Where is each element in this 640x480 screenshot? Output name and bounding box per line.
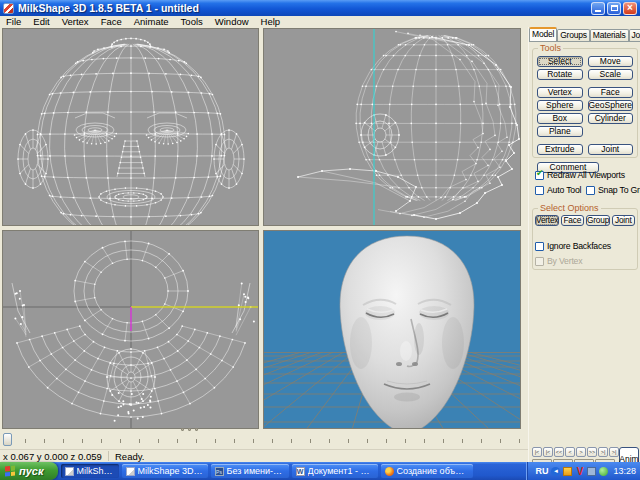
taskbar-task-word[interactable]: W Документ1 - Microso... <box>292 464 378 478</box>
splitter-grip[interactable] <box>181 427 203 431</box>
tool-plane-button[interactable]: Plane <box>537 126 583 137</box>
milkshape-icon <box>126 467 135 476</box>
viewport-3d-shaded[interactable] <box>263 230 521 429</box>
checkbox-redraw-all-viewports[interactable]: ✔ Redraw All Viewports <box>535 170 625 180</box>
checkbox-box <box>586 186 595 195</box>
taskbar-task-milkshape-2[interactable]: MilkShape 3D 1.8.5 B... <box>122 464 208 478</box>
firefox-icon <box>385 467 394 476</box>
tray-icon-antivirus[interactable]: V <box>575 467 584 476</box>
keyframe-slider[interactable] <box>0 432 528 449</box>
status-separator <box>108 451 109 461</box>
tools-group: Tools Select Move Rotate Scale Vertex Fa… <box>532 48 638 158</box>
frame-forward-button[interactable]: > <box>576 447 586 457</box>
tray-icon-player[interactable]: ◄ <box>551 467 560 476</box>
taskbar-task-milkshape-1[interactable]: MilkShape 3D 1.8.5 B... <box>61 464 119 478</box>
start-label: пуск <box>19 465 44 477</box>
menu-bar: File Edit Vertex Face Animate Tools Wind… <box>0 16 640 27</box>
menu-window[interactable]: Window <box>209 16 255 27</box>
viewport-area <box>0 27 528 432</box>
title-bar[interactable]: MilkShape 3D 1.8.5 BETA 1 - untitled × <box>0 0 640 16</box>
tab-model[interactable]: Model <box>529 27 557 41</box>
checkbox-auto-tool[interactable]: Auto Tool <box>535 185 581 195</box>
side-panel: Model Groups Materials Joints Tools Sele… <box>528 27 640 462</box>
tool-vertex-button[interactable]: Vertex <box>537 87 583 98</box>
minimize-button[interactable] <box>591 2 605 15</box>
start-button[interactable]: пуск <box>0 462 58 480</box>
tool-select-button[interactable]: Select <box>537 56 583 67</box>
tab-joints[interactable]: Joints <box>629 29 640 41</box>
checkbox-ignore-backfaces[interactable]: Ignore Backfaces <box>535 241 611 251</box>
select-option-vertex-button[interactable]: Vertex <box>535 215 559 226</box>
restore-button[interactable] <box>607 2 621 15</box>
checkbox-snap-to-grid[interactable]: Snap To Grid <box>586 185 640 195</box>
viewport-side-wireframe[interactable] <box>263 28 521 226</box>
taskbar-task-browser[interactable]: Создание объекта с... <box>381 464 473 478</box>
taskbar-task-photoshop[interactable]: Ps Без имени-6 @ 200... <box>211 464 289 478</box>
status-message: Ready. <box>115 451 144 462</box>
milkshape-icon <box>65 467 74 476</box>
select-option-joint-button[interactable]: Joint <box>612 215 636 226</box>
frame-ffwd-button[interactable]: >> <box>587 447 597 457</box>
frame-last-button[interactable]: >| <box>609 447 619 457</box>
keyframe-slider-thumb[interactable] <box>3 433 12 446</box>
tools-grid: Select Move Rotate Scale Vertex Face Sph… <box>533 49 637 176</box>
menu-vertex[interactable]: Vertex <box>56 16 95 27</box>
checkbox-by-vertex: By Vertex <box>535 256 582 266</box>
tab-groups[interactable]: Groups <box>557 29 590 41</box>
frame-next-key-button[interactable]: >| <box>598 447 608 457</box>
keyframe-ticks <box>6 439 524 443</box>
menu-face[interactable]: Face <box>95 16 128 27</box>
tray-clock: 13:28 <box>613 466 636 476</box>
system-tray: RU ◄ V 13:28 <box>526 462 640 480</box>
tool-box-button[interactable]: Box <box>537 113 583 124</box>
tool-rotate-button[interactable]: Rotate <box>537 69 583 80</box>
select-option-face-button[interactable]: Face <box>561 215 585 226</box>
frame-nav-row: |< |< << < > >> >| >| <box>532 447 620 457</box>
tab-materials[interactable]: Materials <box>590 29 629 41</box>
taskbar: пуск MilkShape 3D 1.8.5 B... MilkShape 3… <box>0 462 640 480</box>
select-option-group-button[interactable]: Group <box>586 215 610 226</box>
windows-flag-icon <box>5 465 15 476</box>
caption-buttons: × <box>591 2 637 15</box>
tool-face-button[interactable]: Face <box>588 87 634 98</box>
menu-animate[interactable]: Animate <box>128 16 175 27</box>
frame-first-button[interactable]: |< <box>532 447 542 457</box>
tray-icon-chart[interactable] <box>563 467 572 476</box>
panel-tabs: Model Groups Materials Joints <box>529 27 640 41</box>
photoshop-icon: Ps <box>215 467 224 476</box>
menu-file[interactable]: File <box>0 16 27 27</box>
tool-geosphere-button[interactable]: GeoSphere <box>588 100 634 111</box>
checkbox-box <box>535 186 544 195</box>
frame-rewind-button[interactable]: << <box>554 447 564 457</box>
app-icon <box>3 3 14 14</box>
tool-sphere-button[interactable]: Sphere <box>537 100 583 111</box>
checkbox-box-disabled <box>535 257 544 266</box>
viewport-front-wireframe[interactable] <box>2 28 259 226</box>
frame-prev-key-button[interactable]: |< <box>543 447 553 457</box>
tool-extrude-button[interactable]: Extrude <box>537 144 583 155</box>
menu-tools[interactable]: Tools <box>175 16 209 27</box>
tools-group-label: Tools <box>538 43 563 53</box>
tool-move-button[interactable]: Move <box>588 56 634 67</box>
frame-back-button[interactable]: < <box>565 447 575 457</box>
tool-scale-button[interactable]: Scale <box>588 69 634 80</box>
tray-icon-messenger[interactable] <box>599 467 608 476</box>
language-indicator[interactable]: RU <box>535 466 548 476</box>
tool-cylinder-button[interactable]: Cylinder <box>588 113 634 124</box>
checkbox-box-checked: ✔ <box>535 171 544 180</box>
screen: MilkShape 3D 1.8.5 BETA 1 - untitled × F… <box>0 0 640 480</box>
close-button[interactable]: × <box>623 2 637 15</box>
tool-joint-button[interactable]: Joint <box>588 144 634 155</box>
menu-help[interactable]: Help <box>255 16 287 27</box>
word-icon: W <box>296 467 305 476</box>
viewport-top-wireframe[interactable] <box>2 230 259 429</box>
status-coordinates: x 0.067 y 0.000 z 0.059 <box>0 451 108 462</box>
checkbox-box <box>535 242 544 251</box>
select-options-label: Select Options <box>538 203 601 213</box>
model-tab-pane: Tools Select Move Rotate Scale Vertex Fa… <box>529 41 640 462</box>
window-title: MilkShape 3D 1.8.5 BETA 1 - untitled <box>18 2 591 14</box>
tray-icon-network[interactable] <box>587 467 596 476</box>
menu-edit[interactable]: Edit <box>27 16 55 27</box>
